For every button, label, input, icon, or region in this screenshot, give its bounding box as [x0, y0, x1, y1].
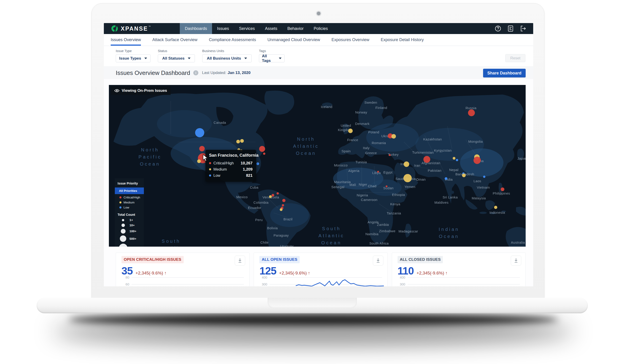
tab-attack-surface-overview[interactable]: Attack Surface Overview — [152, 34, 197, 46]
country-label: Kenya — [390, 202, 400, 206]
nav-item-dashboards[interactable]: Dashboards — [180, 23, 212, 34]
country-label: Zambia — [377, 223, 389, 227]
filter-dropdown[interactable]: Issue Types — [116, 54, 151, 62]
issue-dot-medium[interactable] — [348, 129, 353, 133]
download-button[interactable] — [235, 255, 245, 266]
tab-unmanaged-cloud-overview[interactable]: Unmanaged Cloud Overview — [267, 34, 320, 46]
card-value: 110 — [397, 265, 414, 277]
nav-item-behavior[interactable]: Behavior — [282, 23, 309, 34]
filter-dropdown[interactable]: All Statuses — [158, 54, 195, 62]
y-axis-tick: 300 — [397, 282, 405, 286]
issue-dot-critical[interactable] — [282, 199, 286, 202]
country-label: Madagascar — [398, 229, 418, 233]
issue-dot-medium[interactable] — [494, 206, 497, 209]
issue-dot-medium[interactable] — [236, 140, 240, 143]
country-label: Tunisia — [356, 160, 367, 164]
info-icon[interactable]: i — [193, 70, 198, 75]
country-label: Tanzania — [387, 211, 401, 215]
share-dashboard-button[interactable]: Share Dashboard — [483, 69, 526, 77]
issue-dot-critical[interactable] — [389, 154, 391, 156]
issue-dot-medium[interactable] — [462, 174, 466, 177]
filter-dropdown[interactable]: All Business Units — [202, 54, 252, 62]
country-label: Uruguay — [280, 244, 294, 247]
issue-dot-medium[interactable] — [404, 174, 412, 182]
issues-world-map[interactable]: North Pacific OceanNorth Atlantic OceanS… — [109, 85, 526, 247]
primary-menu: DashboardsIssuesServicesAssetsBehaviorPo… — [180, 23, 333, 34]
last-updated-value: Jan 13, 2020 — [228, 70, 251, 75]
issue-dot-critical[interactable] — [473, 157, 481, 164]
help-icon[interactable] — [495, 25, 501, 32]
issue-dot-medium[interactable] — [197, 159, 201, 163]
tab-compliance-assessments[interactable]: Compliance Assessments — [209, 34, 256, 46]
legend-priority-medium[interactable]: Medium — [115, 199, 144, 204]
issue-dot-medium[interactable] — [280, 208, 283, 211]
filter-tags: TagsAll Tags — [259, 49, 285, 62]
nav-item-assets[interactable]: Assets — [260, 23, 282, 34]
country-label: France — [347, 138, 359, 142]
issue-dot-low[interactable] — [257, 162, 259, 165]
tooltip-row-value: 821 — [246, 173, 253, 178]
issue-dot-critical[interactable] — [501, 187, 504, 191]
map-tooltip: San Francisco, California Critical/High1… — [206, 150, 256, 182]
issue-dot-low[interactable] — [195, 128, 204, 137]
issue-dot-critical[interactable] — [468, 109, 475, 116]
legend-priority-critical-high[interactable]: Critical/High — [115, 194, 144, 199]
download-icon — [514, 258, 518, 263]
tab-exposures-overview[interactable]: Exposures Overview — [332, 34, 369, 46]
brand: XPANSE™ — [104, 23, 173, 34]
legend-size-label: 100+ — [130, 229, 136, 233]
filter-label: Business Units — [202, 49, 252, 53]
legend-size-label: 500+ — [130, 237, 136, 240]
webcam-dot — [317, 12, 320, 15]
issue-dot-medium[interactable] — [269, 195, 272, 198]
tab-exposure-detail-history[interactable]: Exposure Detail History — [381, 34, 424, 46]
filter-label: Issue Type — [116, 49, 151, 53]
country-label: Greece — [365, 151, 377, 155]
tooltip-row-label: Critical/High — [213, 161, 234, 165]
issue-dot-low[interactable] — [445, 177, 447, 180]
issue-dot-critical[interactable] — [423, 156, 430, 163]
issue-dot-medium[interactable] — [391, 134, 396, 139]
legend-size-100plus: 100+ — [115, 229, 144, 234]
country-label: Senegal — [331, 185, 344, 189]
legend-size-label: 1+ — [130, 218, 133, 222]
download-button[interactable] — [511, 255, 521, 266]
legend-title: Issue Priority — [118, 182, 141, 185]
filter-dropdown[interactable]: All Tags — [259, 54, 285, 62]
chevron-down-icon — [144, 58, 147, 59]
issue-dot-critical[interactable] — [259, 146, 265, 152]
issue-dot-critical[interactable] — [277, 192, 279, 195]
issue-dot-critical[interactable] — [386, 185, 388, 187]
country-label: Mauritania — [334, 180, 351, 184]
tab-issues-overview[interactable]: Issues Overview — [111, 34, 141, 46]
legend-priority-label: Low — [124, 206, 129, 209]
legend-priority-low[interactable]: Low — [115, 204, 144, 209]
download-button[interactable] — [373, 255, 383, 266]
size-circle-icon — [119, 244, 128, 247]
gridline — [131, 284, 244, 285]
download-icon — [238, 258, 242, 263]
legend-all-priorities[interactable]: All Priorities — [115, 187, 144, 194]
nav-item-policies[interactable]: Policies — [309, 23, 333, 34]
reset-button[interactable]: Reset — [505, 54, 525, 62]
country-label: Pakistan — [428, 169, 442, 172]
issue-dot-low[interactable] — [456, 159, 458, 161]
issue-dot-low[interactable] — [483, 176, 485, 178]
issue-dot-medium[interactable] — [453, 157, 455, 160]
gridline — [131, 277, 244, 278]
release-notes-icon[interactable] — [508, 25, 514, 32]
sign-out-icon[interactable] — [520, 25, 526, 32]
issue-dot-critical[interactable] — [271, 194, 274, 197]
tooltip-row-label: Medium — [213, 167, 227, 172]
issue-dot-critical[interactable] — [199, 146, 205, 151]
issue-dot-critical[interactable] — [282, 204, 284, 206]
legend-priority-label: Critical/High — [124, 196, 140, 199]
nav-item-issues[interactable]: Issues — [212, 23, 234, 34]
issue-dot-critical[interactable] — [263, 153, 265, 155]
issue-dot-medium[interactable] — [240, 139, 244, 143]
filter-value: All Statuses — [162, 56, 184, 61]
nav-item-services[interactable]: Services — [234, 23, 260, 34]
issue-dot-medium[interactable] — [404, 161, 409, 167]
filter-issue-type: Issue TypeIssue Types — [116, 49, 151, 62]
issue-dot-critical[interactable] — [377, 171, 379, 173]
